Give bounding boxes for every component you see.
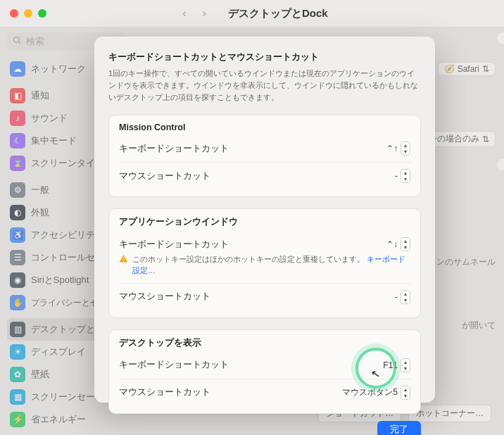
row-keyboard-shortcut: キーボードショートカット ⌃↓ ▴▾ このホットキー設定はほかのホットキーの設定…	[119, 231, 410, 283]
page-title: デスクトップとDock	[228, 7, 328, 20]
zoom-icon[interactable]	[38, 9, 46, 18]
svg-rect-2	[123, 258, 124, 260]
stepper-icon[interactable]: ▴▾	[401, 141, 410, 156]
row-mouse-shortcut: マウスショートカット - ▴▾	[119, 283, 410, 310]
shortcuts-sheet: キーボードショートカットとマウスショートカット 1回のキー操作で、すべての開いて…	[94, 37, 435, 403]
minimize-icon[interactable]	[24, 9, 32, 18]
row-keyboard-shortcut: キーボードショートカット ⌃↑ ▴▾	[119, 135, 410, 162]
back-button[interactable]: ‹	[177, 6, 191, 20]
done-button[interactable]: 完了	[377, 421, 421, 435]
sheet-heading: キーボードショートカットとマウスショートカット	[108, 51, 421, 63]
svg-rect-3	[123, 260, 124, 261]
value-popup[interactable]: ⌃↑ ▴▾	[386, 141, 410, 156]
forward-button: ›	[197, 6, 211, 20]
hotkey-conflict-warning: このホットキー設定はほかのホットキーの設定と重複しています。 キーボード設定…	[119, 254, 410, 277]
value-popup[interactable]: ⌃↓ ▴▾	[386, 237, 410, 251]
warning-icon	[119, 254, 128, 277]
group-app-windows: アプリケーションウインドウ キーボードショートカット ⌃↓ ▴▾ このホットキー…	[108, 208, 421, 318]
group-title: Mission Control	[119, 122, 410, 132]
sheet-description: 1回のキー操作で、すべての開いているウインドウまたは現在のアプリケーションのウイ…	[108, 68, 421, 103]
group-title: デスクトップを表示	[119, 337, 410, 349]
row-mouse-shortcut: マウスショートカット - ▴▾	[119, 162, 410, 189]
stepper-icon[interactable]: ▴▾	[401, 358, 410, 372]
value-popup[interactable]: F11 ▴▾	[383, 358, 410, 372]
value-popup[interactable]: - ▴▾	[395, 290, 410, 304]
traffic-lights	[10, 9, 46, 18]
row-mouse-shortcut: マウスショートカット マウスボタン5 ▴▾	[119, 379, 410, 406]
value-popup[interactable]: - ▴▾	[395, 169, 410, 183]
value-popup[interactable]: マウスボタン5 ▴▾	[342, 386, 410, 400]
stepper-icon[interactable]: ▴▾	[401, 169, 410, 183]
group-mission-control: Mission Control キーボードショートカット ⌃↑ ▴▾ マウスショ…	[108, 115, 421, 197]
group-show-desktop: デスクトップを表示 キーボードショートカット F11 ▴▾ マウスショートカット…	[108, 329, 421, 414]
group-title: アプリケーションウインドウ	[119, 216, 410, 228]
row-keyboard-shortcut: キーボードショートカット F11 ▴▾	[119, 352, 410, 379]
stepper-icon[interactable]: ▴▾	[401, 237, 410, 251]
stepper-icon[interactable]: ▴▾	[401, 290, 410, 304]
titlebar: ‹ › デスクトップとDock	[0, 0, 504, 27]
stepper-icon[interactable]: ▴▾	[401, 386, 410, 400]
close-icon[interactable]	[10, 9, 18, 18]
